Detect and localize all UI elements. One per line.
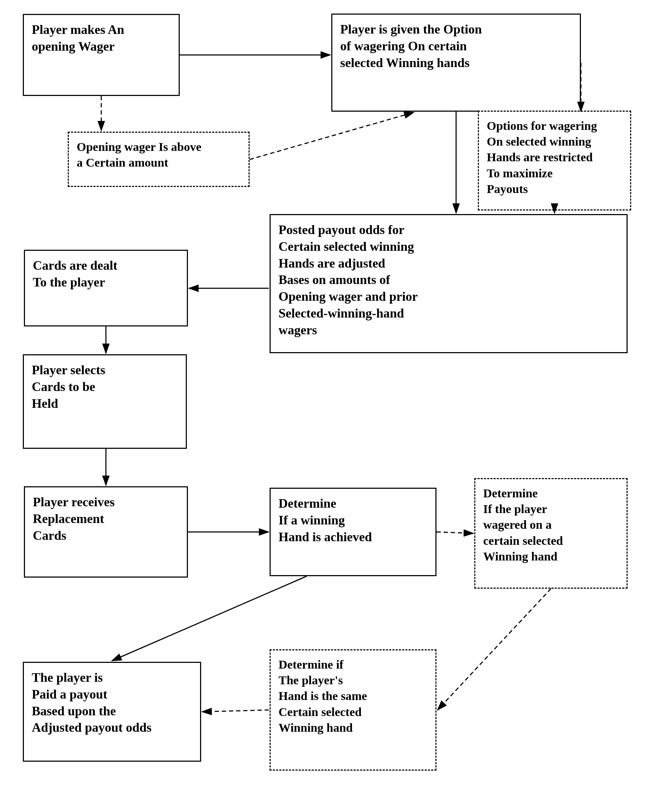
posted-payout-box: Posted payout odds for Certain selected … [270,214,628,353]
arrow-amount-to-option [250,112,414,159]
opening-wager-amount-label: Opening wager Is above a Certain amount [77,140,202,169]
player-option-box: Player is given the Option of wagering O… [331,14,581,112]
posted-payout-label: Posted payout odds for Certain selected … [278,223,417,337]
player-paid-label: The player is Paid a payout Based upon t… [32,670,151,735]
options-restricted-box: Options for wagering On selected winning… [478,111,631,211]
arrow-determine-to-paid [112,576,307,661]
replacement-cards-box: Player receives Replacement Cards [24,486,188,578]
determine-same-hand-label: Determine if The player's Hand is the sa… [278,658,367,734]
player-option-label: Player is given the Option of wagering O… [340,22,482,70]
player-wager-label: Player makes An opening Wager [32,23,124,54]
player-selects-box: Player selects Cards to be Held [23,354,187,449]
cards-dealt-label: Cards are dealt To the player [33,258,117,289]
determine-same-hand-box: Determine if The player's Hand is the sa… [270,649,437,771]
determine-winning-box: Determine If a winning Hand is achieved [270,488,437,576]
arrow-wagered-to-same-hand [437,589,551,710]
determine-wagered-label: Determine If the player wagered on a cer… [483,486,563,563]
replacement-cards-label: Player receives Replacement Cards [33,495,115,543]
determine-winning-label: Determine If a winning Hand is achieved [278,496,372,544]
player-selects-label: Player selects Cards to be Held [32,363,105,411]
options-restricted-label: Options for wagering On selected winning… [487,119,597,196]
opening-wager-amount-box: Opening wager Is above a Certain amount [68,132,250,187]
determine-wagered-box: Determine If the player wagered on a cer… [474,478,628,589]
cards-dealt-box: Cards are dealt To the player [24,250,188,326]
arrow-same-hand-to-paid [202,710,269,712]
flowchart-diagram: Player makes An opening Wager Player is … [0,0,654,812]
player-paid-box: The player is Paid a payout Based upon t… [23,662,201,762]
player-wager-box: Player makes An opening Wager [23,14,180,96]
arrow-determine-to-wagered [437,532,473,534]
